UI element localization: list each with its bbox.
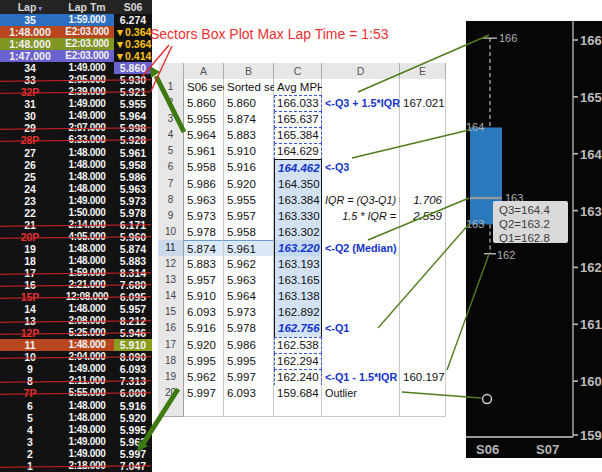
sheet-cell-c[interactable]: 162.538 — [274, 337, 322, 354]
sheet-cell-e[interactable] — [400, 353, 446, 370]
sheet-cell-d[interactable] — [322, 401, 400, 417]
sheet-cell-d[interactable]: <-Q1 - 1.5*IQR = — [322, 369, 400, 386]
lap-table-row[interactable]: 332:05.0005.930 — [0, 74, 152, 86]
sheet-cell-e[interactable] — [400, 143, 446, 160]
sheet-cell-a[interactable]: 6.093 — [184, 304, 224, 321]
lap-table-row[interactable]: 292:07.0005.998 — [0, 122, 152, 134]
lap-table-row[interactable]: 28P6:33.0005.928 — [0, 134, 152, 146]
sheet-row-header[interactable]: 3 — [158, 111, 184, 128]
sheet-cell-c[interactable]: 163.330 — [274, 208, 322, 225]
sheet-cell-e[interactable] — [400, 304, 446, 321]
lap-table-row[interactable]: 20P4:05.0005.960 — [0, 231, 152, 243]
sheet-cell-b[interactable]: 5.978 — [224, 320, 274, 337]
sheet-cell-d[interactable]: IQR = (Q3-Q1) = — [322, 192, 400, 209]
sheet-cell-e[interactable] — [400, 176, 446, 193]
sheet-row-header[interactable]: 20 — [158, 385, 184, 402]
sheet-cell-d[interactable] — [322, 111, 400, 128]
sheet-row-header[interactable]: 17 — [158, 337, 184, 354]
outlier-point[interactable] — [483, 395, 492, 404]
sheet-cell-d[interactable] — [322, 272, 400, 289]
sheet-cell-c[interactable]: 162.240 — [274, 369, 322, 386]
sheet-row-header[interactable]: 16 — [158, 320, 184, 337]
sheet-cell-a[interactable]: 5.986 — [184, 176, 224, 193]
sheet-cell-e[interactable] — [400, 111, 446, 128]
sheet-cell-c[interactable]: 163.384 — [274, 192, 322, 209]
sheet-cell-a[interactable]: 5.910 — [184, 288, 224, 305]
lap-table-row[interactable]: 162:21.0007.680 — [0, 279, 152, 291]
sheet-cell-b[interactable]: 5.964 — [224, 288, 274, 305]
sheet-cell-c[interactable]: 164.629 — [274, 143, 322, 160]
sheet-cell-d[interactable] — [322, 176, 400, 193]
lap-table-row[interactable]: 241:48.0005.963 — [0, 183, 152, 195]
sheet-cell-c[interactable]: 163.193 — [274, 256, 322, 273]
sheet-row-header[interactable]: 2 — [158, 95, 184, 112]
sheet-cell-b[interactable]: 5.986 — [224, 337, 274, 354]
sheet-cell-d[interactable] — [322, 224, 400, 241]
sheet-cell-c[interactable] — [274, 401, 322, 417]
sheet-cell-c[interactable]: 163.138 — [274, 288, 322, 305]
sheet-cell-c[interactable]: 159.684 — [274, 385, 322, 402]
sheet-cell-e[interactable] — [400, 272, 446, 289]
lap-table-row[interactable]: 251:48.0005.986 — [0, 171, 152, 183]
lap-table-row[interactable]: 32P2:39.0005.921 — [0, 86, 152, 98]
sheet-cell-b[interactable]: 5.860 — [224, 95, 274, 112]
lap-table-row[interactable]: 15P12:08.0006.095 — [0, 291, 152, 303]
sheet-cell-b[interactable]: 5.920 — [224, 176, 274, 193]
lap-table-row[interactable]: 311:49.0005.955 — [0, 98, 152, 110]
sheet-cell-e[interactable] — [400, 337, 446, 354]
sheet-cell-d[interactable]: <-Q1 — [322, 320, 400, 337]
lap-table-row[interactable]: 12:18.0007.047 — [0, 460, 152, 472]
sheet-cell-b[interactable]: Sorted sec — [224, 79, 274, 96]
sheet-row-header[interactable]: 14 — [158, 288, 184, 305]
sheet-row-header[interactable]: 12 — [158, 256, 184, 273]
sheet-cell-e[interactable]: 167.021 — [400, 95, 446, 112]
lap-table-row[interactable]: 132:08.0008.212 — [0, 315, 152, 327]
sheet-cell-d[interactable] — [322, 79, 400, 96]
sheet-cell-d[interactable] — [322, 337, 400, 354]
sheet-cell-c[interactable]: 165.637 — [274, 111, 322, 128]
sheet-cell-b[interactable]: 5.995 — [224, 353, 274, 370]
sheet-row-header[interactable]: 4 — [158, 127, 184, 144]
sheet-cell-a[interactable]: 5.997 — [184, 385, 224, 402]
sheet-row-header[interactable]: 1 — [158, 79, 184, 96]
sheet-cell-a[interactable] — [184, 401, 224, 417]
sheet-cell-c[interactable]: 164.350 — [274, 176, 322, 193]
sheet-column-header-A[interactable]: A — [184, 63, 224, 80]
lap-table-row[interactable]: 12P5:25.0005.946 — [0, 327, 152, 339]
sheet-row-header[interactable]: 7 — [158, 176, 184, 193]
sheet-cell-a[interactable]: 5.957 — [184, 272, 224, 289]
sheet-cell-b[interactable]: 5.958 — [224, 224, 274, 241]
lap-table-row[interactable]: 351:59.0006.274 — [0, 14, 152, 26]
sheet-cell-b[interactable]: 5.955 — [224, 192, 274, 209]
sheet-cell-b[interactable]: 5.963 — [224, 272, 274, 289]
sheet-cell-c[interactable]: 162.294 — [274, 353, 322, 370]
lap-table-row[interactable]: 31:49.0005.962 — [0, 436, 152, 448]
sheet-row-header[interactable]: 10 — [158, 224, 184, 241]
lap-table-row[interactable]: 301:49.0005.964 — [0, 110, 152, 122]
sheet-cell-b[interactable]: 5.883 — [224, 127, 274, 144]
sheet-cell-d[interactable] — [322, 127, 400, 144]
lap-table-row[interactable]: 61:48.0005.916 — [0, 400, 152, 412]
sheet-cell-e[interactable] — [400, 79, 446, 96]
sheet-cell-e[interactable] — [400, 401, 446, 417]
sheet-cell-a[interactable]: 5.955 — [184, 111, 224, 128]
lap-table-row[interactable]: 221:50.0005.978 — [0, 207, 152, 219]
sheet-cell-c[interactable]: Avg MPH — [274, 79, 322, 96]
sheet-cell-a[interactable]: 5.916 — [184, 320, 224, 337]
sheet-cell-a[interactable]: 5.920 — [184, 337, 224, 354]
sheet-cell-c[interactable]: 162.892 — [274, 304, 322, 321]
sheet-cell-c[interactable]: 162.756 — [274, 320, 322, 337]
sheet-cell-c[interactable]: 163.302 — [274, 224, 322, 241]
sheet-cell-b[interactable]: 6.093 — [224, 385, 274, 402]
sheet-cell-d[interactable] — [322, 256, 400, 273]
sheet-cell-d[interactable] — [322, 143, 400, 160]
sheet-cell-e[interactable]: 160.197 — [400, 369, 446, 386]
sheet-cell-e[interactable] — [400, 385, 446, 402]
sheet-cell-e[interactable]: 2.559 — [400, 208, 446, 225]
sheet-cell-d[interactable] — [322, 288, 400, 305]
sheet-column-header-B[interactable]: B — [224, 63, 274, 80]
lap-table-row[interactable]: 102:04.0008.090 — [0, 351, 152, 363]
sheet-cell-e[interactable]: 1.706 — [400, 192, 446, 209]
lap-table-row[interactable]: 41:49.0005.995 — [0, 424, 152, 436]
sheet-cell-a[interactable]: 5.961 — [184, 143, 224, 160]
